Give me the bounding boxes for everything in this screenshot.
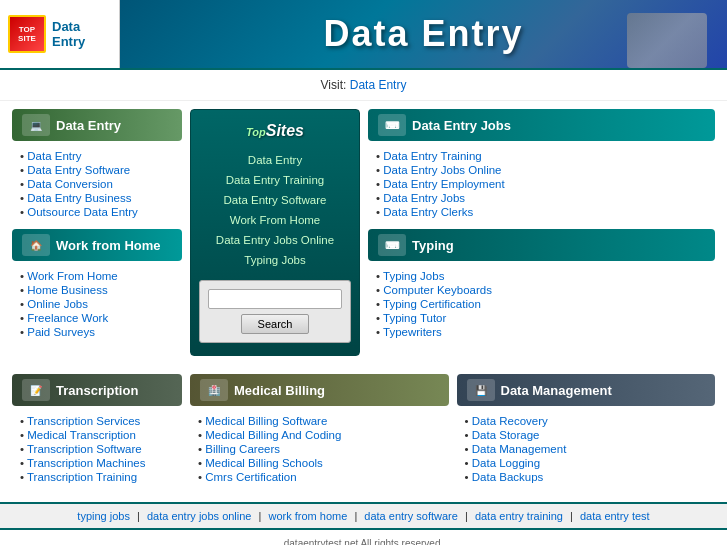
list-item: Typing Tutor — [376, 311, 715, 325]
link[interactable]: Typewriters — [383, 326, 442, 338]
link[interactable]: Data Recovery — [472, 415, 548, 427]
header-banner: Data Entry — [120, 0, 727, 68]
data-management-header-label: Data Management — [501, 383, 612, 398]
link[interactable]: Cmrs Certification — [205, 471, 296, 483]
link[interactable]: Billing Careers — [205, 443, 280, 455]
visit-link[interactable]: Data Entry — [350, 78, 407, 92]
link[interactable]: Work From Home — [27, 270, 118, 282]
visit-bar: Visit: Data Entry — [0, 70, 727, 101]
data-entry-header-label: Data Entry — [56, 118, 121, 133]
link[interactable]: Transcription Services — [27, 415, 140, 427]
link[interactable]: Medical Billing Software — [205, 415, 327, 427]
link[interactable]: Medical Billing Schools — [205, 457, 323, 469]
work-home-list: Work From Home Home Business Online Jobs… — [12, 269, 182, 339]
footer-link[interactable]: data entry training — [475, 510, 563, 522]
top-site-link[interactable]: Work From Home — [230, 214, 321, 226]
work-home-icon: 🏠 — [22, 234, 50, 256]
link[interactable]: Data Entry Software — [27, 164, 130, 176]
medical-icon: 🏥 — [200, 379, 228, 401]
typing-icon: ⌨ — [378, 234, 406, 256]
list-item: Data Entry Jobs Online — [199, 230, 351, 250]
top-site-link[interactable]: Data Entry Training — [226, 174, 324, 186]
list-item: Typing Certification — [376, 297, 715, 311]
list-item: Data Management — [465, 442, 716, 456]
typing-section: ⌨ Typing Typing Jobs Computer Keyboards … — [368, 229, 715, 339]
list-item: Billing Careers — [198, 442, 449, 456]
list-item: Data Entry Training — [199, 170, 351, 190]
link[interactable]: Typing Tutor — [383, 312, 446, 324]
left-column: 💻 Data Entry Data Entry Data Entry Softw… — [12, 109, 182, 366]
top-site-link[interactable]: Data Entry — [248, 154, 302, 166]
data-entry-jobs-section: ⌨ Data Entry Jobs Data Entry Training Da… — [368, 109, 715, 219]
link[interactable]: Data Entry Training — [383, 150, 481, 162]
footer-link[interactable]: typing jobs — [77, 510, 130, 522]
medical-billing-header: 🏥 Medical Billing — [190, 374, 449, 406]
transcription-header-label: Transcription — [56, 383, 138, 398]
top-site-link[interactable]: Data Entry Jobs Online — [216, 234, 334, 246]
link[interactable]: Data Logging — [472, 457, 540, 469]
link[interactable]: Transcription Software — [27, 443, 142, 455]
link[interactable]: Data Entry — [27, 150, 81, 162]
link[interactable]: Online Jobs — [27, 298, 88, 310]
list-item: Data Entry Business — [20, 191, 182, 205]
data-management-list: Data Recovery Data Storage Data Manageme… — [457, 414, 716, 484]
footer-link[interactable]: data entry test — [580, 510, 650, 522]
top-site-link[interactable]: Typing Jobs — [244, 254, 305, 266]
list-item: Medical Billing And Coding — [198, 428, 449, 442]
link[interactable]: Freelance Work — [27, 312, 108, 324]
link[interactable]: Data Conversion — [27, 178, 113, 190]
top-sites-list: Data Entry Data Entry Training Data Entr… — [199, 150, 351, 270]
page-header: TOPSITE Data Entry Data Entry — [0, 0, 727, 70]
link[interactable]: Medical Transcription — [27, 429, 136, 441]
link[interactable]: Typing Jobs — [383, 270, 444, 282]
link[interactable]: Data Entry Clerks — [383, 206, 473, 218]
copyright: dataentrytest.net All rights reserved. — [0, 534, 727, 545]
middle-column: TopSites Data Entry Data Entry Training … — [190, 109, 360, 366]
list-item: Data Entry Employment — [376, 177, 715, 191]
bottom-row: 📝 Transcription Transcription Services M… — [0, 374, 727, 502]
link[interactable]: Typing Certification — [383, 298, 481, 310]
search-button[interactable]: Search — [241, 314, 310, 334]
medical-billing-header-label: Medical Billing — [234, 383, 325, 398]
list-item: Home Business — [20, 283, 182, 297]
list-item: Medical Billing Schools — [198, 456, 449, 470]
keyboard-decoration — [627, 13, 707, 68]
logo-area: TOPSITE Data Entry — [0, 0, 120, 68]
link[interactable]: Medical Billing And Coding — [205, 429, 341, 441]
link[interactable]: Computer Keyboards — [383, 284, 492, 296]
link[interactable]: Data Entry Jobs Online — [383, 164, 501, 176]
typing-list: Typing Jobs Computer Keyboards Typing Ce… — [368, 269, 715, 339]
search-box: Search — [199, 280, 351, 343]
list-item: Data Entry Training — [376, 149, 715, 163]
link[interactable]: Data Entry Jobs — [383, 192, 465, 204]
list-item: Data Entry Software — [20, 163, 182, 177]
link[interactable]: Paid Surveys — [27, 326, 95, 338]
link[interactable]: Data Entry Business — [27, 192, 131, 204]
list-item: Data Backups — [465, 470, 716, 484]
footer-link[interactable]: work from home — [268, 510, 347, 522]
list-item: Cmrs Certification — [198, 470, 449, 484]
work-from-home-section: 🏠 Work from Home Work From Home Home Bus… — [12, 229, 182, 339]
link[interactable]: Outsource Data Entry — [27, 206, 138, 218]
footer-link[interactable]: data entry software — [364, 510, 458, 522]
data-mgmt-icon: 💾 — [467, 379, 495, 401]
banner-title: Data Entry — [323, 13, 523, 55]
data-management-section: 💾 Data Management Data Recovery Data Sto… — [457, 374, 716, 484]
transcription-header: 📝 Transcription — [12, 374, 182, 406]
data-entry-header: 💻 Data Entry — [12, 109, 182, 141]
footer-link[interactable]: data entry jobs online — [147, 510, 252, 522]
link[interactable]: Data Entry Employment — [383, 178, 504, 190]
link[interactable]: Transcription Machines — [27, 457, 145, 469]
list-item: Typing Jobs — [199, 250, 351, 270]
search-input[interactable] — [208, 289, 342, 309]
link[interactable]: Data Management — [472, 443, 567, 455]
data-entry-section: 💻 Data Entry Data Entry Data Entry Softw… — [12, 109, 182, 219]
top-site-link[interactable]: Data Entry Software — [224, 194, 327, 206]
link[interactable]: Transcription Training — [27, 471, 137, 483]
link[interactable]: Data Storage — [472, 429, 540, 441]
list-item: Data Conversion — [20, 177, 182, 191]
link[interactable]: Data Backups — [472, 471, 544, 483]
top-sites-title: TopSites — [199, 122, 351, 140]
data-entry-list: Data Entry Data Entry Software Data Conv… — [12, 149, 182, 219]
link[interactable]: Home Business — [27, 284, 108, 296]
